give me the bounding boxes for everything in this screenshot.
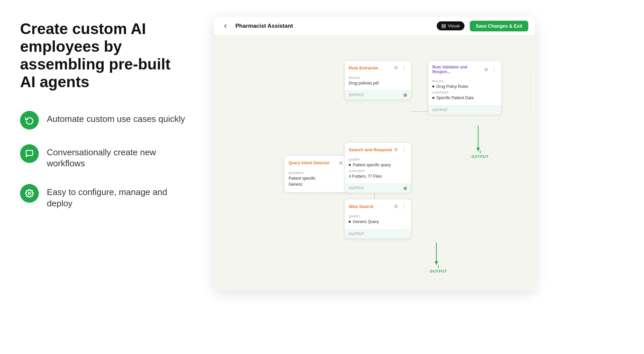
rule-extractor-header: Rule Extractor ⚙ ⋮ — [345, 61, 411, 73]
hero-title: Create custom AI employees by assembling… — [20, 20, 181, 91]
web-search-output: OUTPUT — [345, 229, 411, 238]
search-and-respond-title: Search and Respond — [349, 147, 392, 152]
svg-rect-1 — [442, 24, 443, 25]
rule-validator-output: OUTPUT — [428, 105, 501, 115]
search-and-respond-actions: ⚙ ⋮ — [393, 147, 407, 153]
svg-rect-4 — [442, 26, 443, 28]
web-search-header: Web Search ⚙ ⋮ — [345, 199, 411, 212]
query-intent-settings-button[interactable]: ⚙ — [338, 160, 344, 166]
rule-validator-actions: ⚙ ⋮ — [484, 66, 497, 72]
web-search-output-label: OUTPUT — [349, 232, 364, 236]
rule-validator-output-label-node: OUTPUT — [471, 151, 489, 159]
web-search-query-value: Generic Query — [349, 219, 407, 224]
rule-validator-rules-value: Drug Policy Rules — [432, 84, 497, 89]
query-intent-detector-title: Query Intent Detector — [289, 161, 330, 165]
right-panel: Pharmacist Assistant Visual Save Changes… — [194, 13, 644, 354]
rule-extractor-title: Rule Extractor — [349, 65, 379, 70]
window-title: Pharmacist Assistant — [235, 23, 431, 29]
web-search-node: Web Search ⚙ ⋮ QUERY Generic Query — [344, 199, 411, 239]
search-and-respond-node: Search and Respond ⚙ ⋮ QUERY Patient spe… — [344, 142, 411, 193]
rule-extractor-output: OUTPUT — [345, 90, 411, 100]
rule-extractor-settings-button[interactable]: ⚙ — [393, 65, 399, 71]
rule-validator-header: Rule Validator and Respon... ⚙ ⋮ — [428, 61, 501, 77]
rule-extractor-output-label: OUTPUT — [349, 93, 364, 97]
web-search-settings-button[interactable]: ⚙ — [393, 203, 399, 209]
rule-extractor-rules-label: RULES — [349, 76, 407, 79]
web-search-output-label-node: OUTPUT — [430, 265, 447, 273]
workflow-window: Pharmacist Assistant Visual Save Changes… — [214, 17, 535, 291]
search-and-respond-output-dot — [404, 187, 407, 190]
back-button[interactable] — [221, 21, 230, 31]
svg-point-0 — [28, 192, 31, 195]
web-search-more-button[interactable]: ⋮ — [401, 203, 407, 209]
chat-icon — [20, 144, 39, 163]
search-and-respond-output-label: OUTPUT — [349, 186, 364, 190]
rule-validator-settings-button[interactable]: ⚙ — [484, 66, 489, 72]
rule-validator-title: Rule Validator and Respon... — [432, 65, 484, 74]
search-query-value: Patient specific query — [349, 163, 407, 167]
web-search-body: QUERY Generic Query — [345, 212, 411, 229]
feature-item-automate: Automate custom use cases quickly — [20, 111, 194, 130]
query-item-patient: Patient specific — [289, 176, 352, 181]
left-panel: Create custom AI employees by assembling… — [20, 13, 194, 354]
svg-marker-17 — [435, 261, 438, 265]
rule-validator-content-value: Specific Patient Data — [432, 96, 497, 100]
rule-extractor-body: RULES Drug policies.pdf — [345, 73, 411, 90]
rule-extractor-output-dot — [404, 94, 407, 97]
feature-text-automate: Automate custom use cases quickly — [47, 111, 185, 125]
rule-validator-output-text: OUTPUT — [471, 155, 489, 159]
feature-item-configure: Easy to configure, manage and deploy — [20, 184, 194, 209]
rule-validator-more-button[interactable]: ⋮ — [491, 66, 497, 72]
web-search-query-label: QUERY — [349, 215, 407, 218]
rule-extractor-more-button[interactable]: ⋮ — [401, 65, 407, 71]
web-search-title: Web Search — [349, 204, 373, 209]
search-content-label: CONTENT — [349, 169, 407, 173]
search-content-value: 4 Folders, 77 Files — [349, 174, 407, 179]
rule-validator-node: Rule Validator and Respon... ⚙ ⋮ RULES D… — [428, 60, 502, 115]
feature-item-conversational: Conversationally create new workflows — [20, 144, 194, 170]
rule-validator-rules-label: RULES — [432, 79, 497, 83]
query-item-generic: Generic — [289, 182, 352, 187]
rule-extractor-node: Rule Extractor ⚙ ⋮ RULES Drug policies.p… — [344, 60, 411, 100]
features-list: Automate custom use cases quickly Conver… — [20, 111, 194, 209]
web-search-actions: ⚙ ⋮ — [393, 203, 407, 209]
automate-icon — [20, 111, 39, 130]
visual-toggle-button[interactable]: Visual — [437, 21, 464, 30]
visual-toggle-label: Visual — [448, 23, 460, 28]
web-search-output-text: OUTPUT — [430, 269, 447, 273]
search-and-respond-output: OUTPUT — [345, 183, 411, 193]
search-and-respond-body: QUERY Patient specific query CONTENT 4 F… — [345, 155, 411, 183]
feature-text-conversational: Conversationally create new workflows — [47, 144, 194, 170]
search-and-respond-header: Search and Respond ⚙ ⋮ — [345, 143, 411, 155]
rule-extractor-actions: ⚙ ⋮ — [393, 65, 407, 71]
svg-rect-2 — [444, 24, 445, 25]
search-query-label: QUERY — [349, 158, 407, 161]
gear-icon — [20, 184, 39, 203]
rule-validator-body: RULES Drug Policy Rules CONTENT Specific… — [428, 77, 501, 105]
svg-rect-3 — [444, 26, 445, 28]
search-and-respond-more-button[interactable]: ⋮ — [401, 147, 407, 153]
save-changes-button[interactable]: Save Changes & Exit — [470, 21, 528, 31]
search-and-respond-settings-button[interactable]: ⚙ — [393, 147, 399, 153]
canvas-area: Rule Extractor ⚙ ⋮ RULES Drug policies.p… — [214, 35, 535, 289]
window-header: Pharmacist Assistant Visual Save Changes… — [214, 17, 535, 35]
rule-extractor-rules-value: Drug policies.pdf — [349, 81, 407, 85]
feature-text-configure: Easy to configure, manage and deploy — [47, 184, 194, 209]
queries-label: QUERIES — [289, 171, 352, 175]
rule-validator-output-label: OUTPUT — [432, 108, 448, 112]
rule-validator-content-label: CONTENT — [432, 91, 497, 94]
